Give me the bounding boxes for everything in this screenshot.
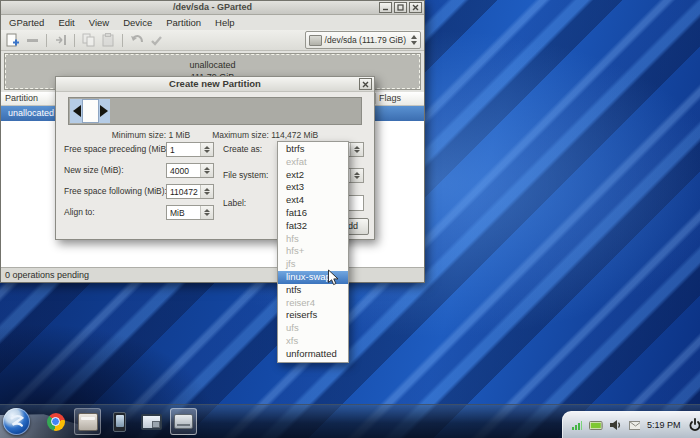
free-space-preceding-input[interactable]: 1 bbox=[166, 142, 214, 157]
mouse-cursor-icon bbox=[327, 269, 339, 286]
device-selector-spinner-icon bbox=[409, 35, 417, 45]
slider-handle[interactable] bbox=[82, 99, 99, 123]
menu-gparted[interactable]: GParted bbox=[2, 16, 51, 29]
device-drive-icon bbox=[309, 35, 322, 46]
toolbar: /dev/sda (111.79 GiB) bbox=[1, 30, 424, 51]
free-space-following-input[interactable]: 110472 bbox=[166, 184, 214, 199]
close-icon bbox=[362, 81, 369, 88]
maximum-size-label: Maximum size: 114,472 MiB bbox=[212, 130, 318, 140]
device-selector[interactable]: /dev/sda (111.79 GiB) bbox=[305, 31, 421, 49]
filesystem-option-reiser4: reiser4 bbox=[278, 297, 348, 310]
filesystem-option-btrfs[interactable]: btrfs bbox=[278, 143, 348, 156]
window-controls bbox=[379, 2, 422, 13]
delete-partition-button bbox=[24, 32, 41, 48]
new-partition-icon bbox=[5, 33, 20, 48]
filesystem-option-hfs+: hfs+ bbox=[278, 245, 348, 258]
mail-icon[interactable] bbox=[629, 421, 641, 430]
new-size-input[interactable]: 4000 bbox=[166, 163, 214, 178]
dialog-close-button[interactable] bbox=[359, 78, 372, 90]
spinner-icon[interactable] bbox=[200, 164, 213, 177]
apply-check-icon bbox=[150, 35, 163, 46]
free-space-following-label: Free space following (MiB): bbox=[64, 186, 167, 196]
status-bar: 0 operations pending bbox=[1, 267, 424, 282]
close-icon bbox=[412, 4, 419, 11]
start-logo-icon bbox=[6, 411, 27, 432]
new-size-label: New size (MiB): bbox=[64, 165, 124, 175]
close-button[interactable] bbox=[409, 2, 422, 13]
taskbar: 5:19 PM bbox=[0, 404, 700, 438]
partition-size-slider[interactable] bbox=[68, 97, 362, 125]
taskbar-button-archive-manager[interactable] bbox=[74, 408, 101, 435]
menubar: GPartedEditViewDevicePartitionHelp bbox=[1, 15, 424, 30]
filesystem-option-hfs: hfs bbox=[278, 233, 348, 246]
battery-icon[interactable] bbox=[589, 421, 603, 430]
power-icon[interactable] bbox=[688, 418, 700, 432]
taskbar-button-media-player[interactable] bbox=[106, 408, 133, 435]
filesystem-option-xfs: xfs bbox=[278, 335, 348, 348]
filesystem-option-ext4[interactable]: ext4 bbox=[278, 194, 348, 207]
menu-device[interactable]: Device bbox=[116, 16, 159, 29]
spinner-icon[interactable] bbox=[200, 206, 213, 219]
menu-edit[interactable]: Edit bbox=[51, 16, 81, 29]
partition-label-label: Label: bbox=[223, 198, 246, 208]
desktop-wallpaper: /dev/sda - GParted GPartedEditViewDevice… bbox=[0, 0, 700, 438]
taskbar-button-chrome[interactable] bbox=[42, 408, 69, 435]
taskbar-app-icons bbox=[42, 408, 197, 435]
display-icon bbox=[141, 414, 162, 430]
create-as-label: Create as: bbox=[223, 144, 262, 154]
filesystem-option-fat16[interactable]: fat16 bbox=[278, 207, 348, 220]
paste-button bbox=[100, 32, 117, 48]
new-size-value: 4000 bbox=[167, 166, 200, 176]
taskbar-button-displays[interactable] bbox=[138, 408, 165, 435]
media-player-icon bbox=[113, 412, 126, 432]
paste-icon bbox=[102, 33, 115, 47]
column-partition[interactable]: Partition bbox=[5, 92, 38, 104]
dialog-titlebar[interactable]: Create new Partition bbox=[56, 77, 374, 92]
filesystem-option-ext3[interactable]: ext3 bbox=[278, 181, 348, 194]
taskbar-clock[interactable]: 5:19 PM bbox=[647, 420, 681, 430]
free-space-following-value: 110472 bbox=[167, 187, 200, 197]
file-system-label: File system: bbox=[223, 170, 268, 180]
chrome-icon bbox=[47, 413, 65, 431]
column-divider bbox=[375, 93, 376, 104]
network-signal-icon[interactable] bbox=[572, 420, 582, 430]
undo-icon bbox=[130, 34, 144, 46]
spinner-icon[interactable] bbox=[200, 143, 213, 156]
start-menu-button[interactable] bbox=[3, 408, 30, 435]
minimum-size-label: Minimum size: 1 MiB bbox=[112, 130, 190, 140]
toolbar-separator bbox=[74, 34, 75, 47]
spinner-icon[interactable] bbox=[350, 143, 363, 156]
copy-button bbox=[80, 32, 97, 48]
align-to-combo[interactable]: MiB bbox=[166, 205, 214, 220]
gparted-titlebar[interactable]: /dev/sda - GParted bbox=[1, 1, 424, 15]
volume-icon[interactable] bbox=[610, 420, 622, 430]
menu-partition[interactable]: Partition bbox=[159, 16, 208, 29]
filesystem-option-fat32[interactable]: fat32 bbox=[278, 220, 348, 233]
delete-icon bbox=[26, 34, 39, 47]
menu-help[interactable]: Help bbox=[208, 16, 242, 29]
disk-visual-label: unallocated bbox=[189, 60, 235, 71]
column-flags[interactable]: Flags bbox=[379, 92, 401, 104]
system-tray: 5:19 PM bbox=[562, 411, 700, 438]
size-limits: Minimum size: 1 MiB Maximum size: 114,47… bbox=[56, 130, 374, 140]
filesystem-option-unformatted[interactable]: unformatted bbox=[278, 348, 348, 361]
minimize-button[interactable] bbox=[379, 2, 392, 13]
menu-view[interactable]: View bbox=[82, 16, 116, 29]
copy-icon bbox=[82, 33, 96, 47]
filesystem-option-ufs: ufs bbox=[278, 322, 348, 335]
new-partition-button[interactable] bbox=[4, 32, 21, 48]
maximize-icon bbox=[397, 4, 404, 11]
filesystem-dropdown: btrfsexfatext2ext3ext4fat16fat32hfshfs+j… bbox=[277, 141, 349, 363]
new-partition-segment[interactable] bbox=[70, 99, 110, 123]
resize-move-button bbox=[52, 32, 69, 48]
undo-button bbox=[128, 32, 145, 48]
filesystem-option-ext2[interactable]: ext2 bbox=[278, 169, 348, 182]
spinner-icon[interactable] bbox=[350, 169, 363, 182]
free-space-preceding-label: Free space preceding (MiB): bbox=[64, 144, 171, 154]
free-space-preceding-value: 1 bbox=[167, 145, 200, 155]
taskbar-button-gparted[interactable] bbox=[170, 408, 197, 435]
spinner-icon[interactable] bbox=[200, 185, 213, 198]
filesystem-option-reiserfs[interactable]: reiserfs bbox=[278, 309, 348, 322]
maximize-button[interactable] bbox=[394, 2, 407, 13]
disk-drive-icon bbox=[174, 414, 193, 429]
